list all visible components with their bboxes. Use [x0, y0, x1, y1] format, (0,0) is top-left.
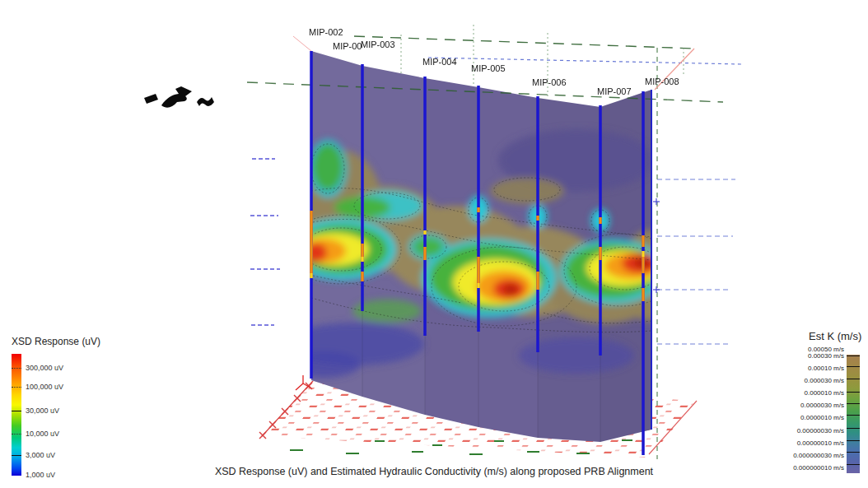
colorbar-tick — [847, 440, 860, 441]
colorbar-tick — [847, 403, 860, 404]
viewport-3d[interactable]: MIP-002 MIP-00 MIP-003 MIP-004 MIP-005 M… — [0, 0, 868, 488]
visualization-stage: MIP-002 MIP-00 MIP-003 MIP-004 MIP-005 M… — [0, 0, 868, 488]
legend-k-tick-label: 0.00030 m/s — [766, 352, 844, 360]
figure-caption: XSD Response (uV) and Estimated Hydrauli… — [0, 466, 868, 477]
north-arrow-icon — [144, 86, 214, 108]
legend-xsd-tick-label: 100,000 uV — [26, 383, 63, 391]
borehole-label-mip-007: MIP-007 — [597, 86, 632, 96]
legend-xsd-title: XSD Response (uV) — [12, 336, 100, 347]
legend-xsd-tick-label: 300,000 uV — [26, 364, 63, 372]
colorbar-tick — [12, 455, 21, 456]
borehole-label-mip-005: MIP-005 — [471, 63, 506, 73]
legend-k-tick-label: 0.0000030 m/s — [766, 402, 844, 409]
legend-k-tick-label: 0.000030 m/s — [766, 377, 844, 384]
borehole-label-mip-004: MIP-004 — [422, 57, 457, 67]
borehole-label-occluded: MIP-00 — [333, 41, 362, 51]
colorbar-tick — [847, 366, 860, 367]
legend-xsd-tick-label: 10,000 uV — [26, 430, 59, 438]
colorbar-tick — [12, 434, 21, 435]
legend-k-title: Est K (m/s) — [809, 330, 861, 342]
legend-k-tick-label: 0.000010 m/s — [766, 389, 844, 397]
colorbar-tick — [12, 368, 21, 369]
legend-xsd-colorbar — [12, 354, 21, 476]
borehole-label-mip-008: MIP-008 — [645, 77, 679, 86]
legend-k-tick-label: 0.000000030 m/s — [766, 452, 844, 459]
legend-xsd-tick-label: 30,000 uV — [26, 407, 59, 415]
colorbar-tick — [847, 428, 860, 429]
borehole-label-mip-006: MIP-006 — [532, 77, 567, 87]
colorbar-tick — [847, 379, 860, 379]
legend-k-tick-label: 0.00000010 m/s — [766, 439, 844, 447]
legend-xsd-tick-label: 3,000 uV — [26, 451, 55, 459]
borehole-label-mip-003: MIP-003 — [361, 40, 395, 49]
legend-k-tick-label: 0.00010 m/s — [766, 365, 844, 372]
borehole-label-mip-002: MIP-002 — [309, 27, 343, 37]
edge-axis-marks — [653, 198, 660, 293]
legend-k-colorbar — [847, 355, 860, 473]
colorbar-tick — [12, 387, 21, 388]
left-elevation-ticks — [250, 159, 280, 325]
colorbar-tick — [847, 452, 860, 453]
colorbar-tick — [847, 356, 860, 356]
colorbar-tick — [847, 392, 860, 393]
legend-k-tick-label: 0.00000030 m/s — [766, 427, 844, 435]
legend-k-tick-label: 0.0000010 m/s — [766, 414, 844, 421]
colorbar-tick — [12, 411, 21, 411]
colorbar-tick — [847, 415, 860, 416]
